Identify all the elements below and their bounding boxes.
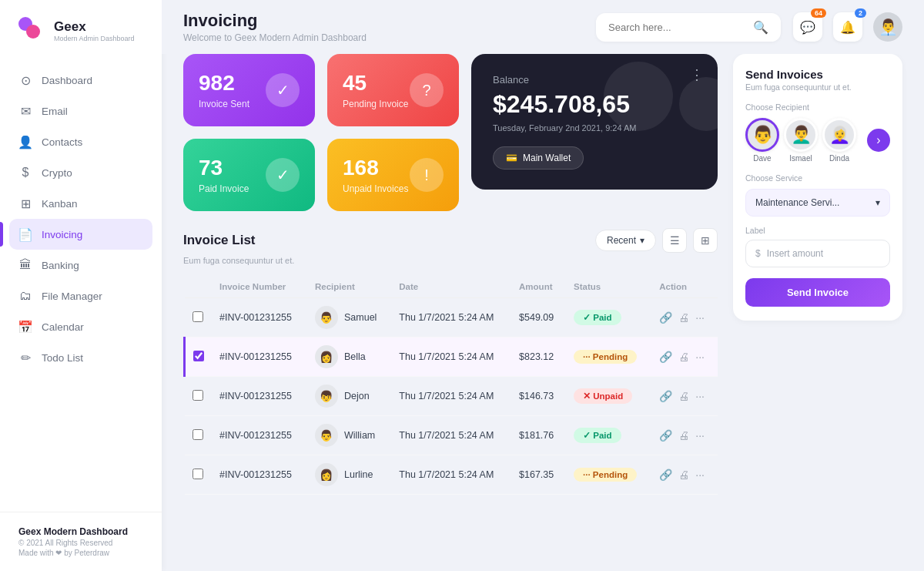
footer-copyright: © 2021 All Rights Reserved <box>18 539 143 547</box>
table-row: #INV-001231255 👨 Samuel Thu 1/7/2021 5:2… <box>185 298 718 338</box>
link-icon[interactable]: 🔗 <box>659 429 672 442</box>
app-tagline: Modern Admin Dashboard <box>54 35 135 42</box>
sidebar-item-label: Invoicing <box>42 229 82 240</box>
stat-card-unpaid: 168 Unpaid Invoices ! <box>327 139 459 211</box>
sidebar-item-label: Email <box>42 106 68 117</box>
link-icon[interactable]: 🔗 <box>659 351 672 363</box>
amount-placeholder: Insert amount <box>767 248 823 259</box>
search-icon: 🔍 <box>753 20 768 35</box>
recipient-name-ismael: Ismael <box>789 154 812 163</box>
row-checkbox-4[interactable] <box>192 429 203 440</box>
recipient-dinda[interactable]: 👩‍🦳 Dinda <box>822 118 856 163</box>
invoice-date: Thu 1/7/2021 5:24 AM <box>391 377 511 416</box>
col-recipient: Recipient <box>307 276 391 298</box>
grid-view-button[interactable]: ⊞ <box>693 228 718 253</box>
page-subtitle: Welcome to Geex Modern Admin Dashboard <box>183 32 584 43</box>
search-input[interactable] <box>608 22 747 33</box>
link-icon[interactable]: 🔗 <box>659 311 672 324</box>
sidebar-item-contacts[interactable]: 👤 Contacts <box>0 126 162 157</box>
invoice-amount: $549.09 <box>511 298 566 338</box>
table-row: #INV-001231255 👨 William Thu 1/7/2021 5:… <box>185 416 718 455</box>
sidebar-item-todo[interactable]: ✏ Todo List <box>0 342 162 373</box>
send-invoice-button[interactable]: Send Invoice <box>745 278 890 307</box>
recipient-dave[interactable]: 👨 Dave <box>745 118 779 163</box>
sidebar-item-invoicing[interactable]: 📄 Invoicing <box>9 219 152 250</box>
chevron-down-icon: ▾ <box>875 197 880 208</box>
print-icon[interactable]: 🖨 <box>678 469 689 481</box>
notification-button[interactable]: 🔔 2 <box>833 12 862 42</box>
grid-icon: ⊞ <box>701 234 710 247</box>
sidebar-item-label: Todo List <box>42 352 83 364</box>
sidebar-item-crypto[interactable]: $ Crypto <box>0 157 162 188</box>
balance-card: ⋮ Balance $245.708,65 Tuesday, February … <box>471 54 718 190</box>
sidebar-item-banking[interactable]: 🏛 Banking <box>0 250 162 280</box>
list-view-button[interactable]: ☰ <box>662 228 687 253</box>
recipient-avatar-dinda: 👩‍🦳 <box>822 118 856 152</box>
print-icon[interactable]: 🖨 <box>678 311 689 324</box>
kanban-icon: ⊞ <box>18 196 32 210</box>
invoice-status: ✕ Unpaid <box>566 377 651 416</box>
invoice-date: Thu 1/7/2021 5:24 AM <box>391 338 511 377</box>
invoice-number: #INV-001231255 <box>212 455 307 495</box>
chevron-down-icon: ▾ <box>640 235 644 246</box>
recipient-avatar: 👦 <box>315 385 338 408</box>
invoice-date: Thu 1/7/2021 5:24 AM <box>391 455 511 495</box>
stat-icon-pending: ? <box>410 73 444 107</box>
more-icon[interactable]: ··· <box>695 351 705 363</box>
stat-label-sent: Invoice Sent <box>199 99 249 109</box>
chat-icon: 💬 <box>800 20 815 35</box>
invoice-list-subtitle: Eum fuga consequuntur ut et. <box>183 256 718 265</box>
chat-button[interactable]: 💬 64 <box>793 12 822 42</box>
crypto-icon: $ <box>18 166 32 180</box>
recipient-name: Lurline <box>344 469 373 480</box>
stat-value-pending: 45 <box>343 71 408 96</box>
sidebar-item-file-manager[interactable]: 🗂 File Manager <box>0 280 162 311</box>
amount-input-container[interactable]: $ Insert amount <box>745 240 890 267</box>
invoice-amount: $146.73 <box>511 377 566 416</box>
logo: Geex Modern Admin Dashboard <box>0 0 162 59</box>
invoice-actions: 🔗 🖨 ··· <box>651 455 718 495</box>
choose-service-label: Choose Service <box>745 173 890 183</box>
more-icon[interactable]: ··· <box>695 429 705 442</box>
send-invoices-subtitle: Eum fuga consequuntur ut et. <box>745 82 890 92</box>
print-icon[interactable]: 🖨 <box>678 390 689 402</box>
more-icon[interactable]: ··· <box>695 390 705 402</box>
more-icon[interactable]: ··· <box>695 311 705 324</box>
footer-title: Geex Modern Dashboard <box>18 526 143 537</box>
wallet-button[interactable]: 💳 Main Wallet <box>493 146 584 170</box>
service-dropdown[interactable]: Maintenance Servi... ▾ <box>745 189 890 217</box>
invoice-date: Thu 1/7/2021 5:24 AM <box>391 416 511 455</box>
app-name: Geex <box>54 19 135 35</box>
next-recipient-button[interactable]: › <box>867 129 890 152</box>
sidebar-item-kanban[interactable]: ⊞ Kanban <box>0 188 162 219</box>
row-checkbox-2[interactable] <box>193 351 204 361</box>
print-icon[interactable]: 🖨 <box>678 429 689 442</box>
invoice-actions: 🔗 🖨 ··· <box>651 298 718 338</box>
sidebar-item-calendar[interactable]: 📅 Calendar <box>0 311 162 342</box>
filter-recent-button[interactable]: Recent ▾ <box>595 230 656 251</box>
search-box[interactable]: 🔍 <box>596 13 781 42</box>
row-checkbox-1[interactable] <box>192 311 203 322</box>
invoice-number: #INV-001231255 <box>212 338 307 377</box>
sidebar-item-email[interactable]: ✉ Email <box>0 96 162 126</box>
link-icon[interactable]: 🔗 <box>659 469 672 481</box>
wallet-label: Main Wallet <box>523 153 571 163</box>
stat-icon-sent: ✓ <box>266 73 300 107</box>
recipient-avatar: 👨 <box>315 306 338 329</box>
print-icon[interactable]: 🖨 <box>678 351 689 363</box>
recipient-avatar: 👨 <box>315 424 338 447</box>
sidebar-item-dashboard[interactable]: ⊙ Dashboard <box>0 65 162 96</box>
link-icon[interactable]: 🔗 <box>659 390 672 402</box>
avatar[interactable]: 👨‍💼 <box>873 12 902 42</box>
more-icon[interactable]: ··· <box>695 469 705 481</box>
recipient-avatar: 👩 <box>315 463 338 486</box>
service-value: Maintenance Servi... <box>755 197 839 208</box>
stat-card-pending: 45 Pending Invoice ? <box>327 54 459 126</box>
row-checkbox-3[interactable] <box>192 390 203 401</box>
row-checkbox-5[interactable] <box>192 469 203 479</box>
table-row: #INV-001231255 👩 Bella Thu 1/7/2021 5:24… <box>185 338 718 377</box>
table-row: #INV-001231255 👩 Lurline Thu 1/7/2021 5:… <box>185 455 718 495</box>
calendar-icon: 📅 <box>18 320 32 334</box>
recipient-ismael[interactable]: 👨‍🦱 Ismael <box>784 118 818 163</box>
invoice-status: ··· Pending <box>566 455 651 495</box>
